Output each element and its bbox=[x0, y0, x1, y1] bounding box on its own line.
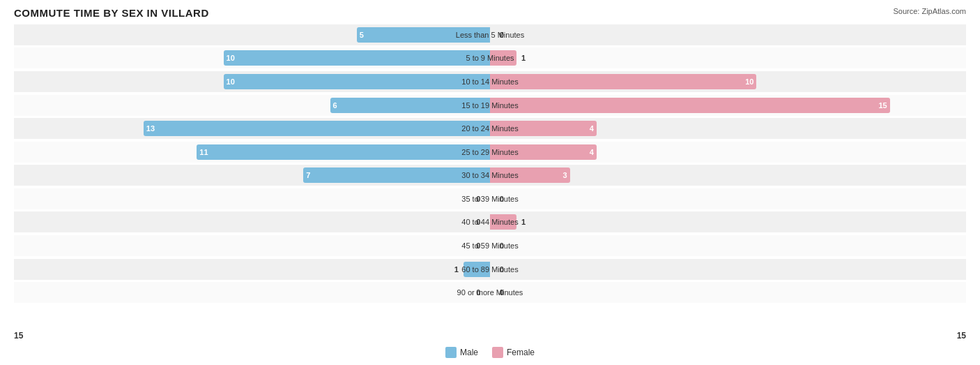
chart-row: 45 to 59 Minutes00 bbox=[14, 235, 966, 256]
legend-male-label: Male bbox=[460, 348, 478, 357]
male-value: 7 bbox=[303, 171, 313, 179]
row-label: 35 to 39 Minutes bbox=[434, 195, 546, 203]
legend: Male Female bbox=[445, 347, 535, 358]
chart-row: 10 to 14 Minutes1010 bbox=[14, 71, 966, 92]
chart-row: 25 to 29 Minutes114 bbox=[14, 142, 966, 163]
row-label: 40 to 44 Minutes bbox=[434, 218, 546, 226]
male-value: 13 bbox=[144, 124, 158, 133]
legend-male: Male bbox=[445, 347, 478, 358]
row-label: 60 to 89 Minutes bbox=[434, 265, 546, 274]
row-label: 45 to 59 Minutes bbox=[434, 241, 546, 250]
chart-row: 35 to 39 Minutes00 bbox=[14, 188, 966, 209]
chart-title: COMMUTE TIME BY SEX IN VILLARD bbox=[14, 7, 966, 19]
male-value: 6 bbox=[330, 101, 340, 110]
bars-area: Less than 5 Minutes505 to 9 Minutes10110… bbox=[14, 23, 966, 304]
row-label: 30 to 34 Minutes bbox=[434, 171, 546, 179]
bar-female: 15 bbox=[490, 98, 890, 113]
chart-container: COMMUTE TIME BY SEX IN VILLARD Source: Z… bbox=[0, 0, 980, 365]
female-value: 15 bbox=[875, 101, 889, 110]
row-label: Less than 5 Minutes bbox=[434, 31, 546, 39]
female-value: 4 bbox=[587, 148, 597, 156]
male-value: 11 bbox=[197, 148, 210, 156]
chart-row: 90 or more Minutes00 bbox=[14, 282, 966, 303]
axis-label-right: 15 bbox=[957, 331, 966, 341]
chart-row: Less than 5 Minutes50 bbox=[14, 24, 966, 45]
chart-row: 5 to 9 Minutes101 bbox=[14, 47, 966, 68]
male-value: 5 bbox=[357, 31, 367, 39]
legend-male-box bbox=[445, 347, 457, 358]
chart-row: 20 to 24 Minutes134 bbox=[14, 118, 966, 139]
female-value: 10 bbox=[742, 77, 756, 86]
chart-row: 40 to 44 Minutes01 bbox=[14, 211, 966, 232]
female-value: 3 bbox=[560, 171, 570, 179]
chart-row: 30 to 34 Minutes73 bbox=[14, 165, 966, 186]
row-label: 15 to 19 Minutes bbox=[434, 101, 546, 110]
row-label: 10 to 14 Minutes bbox=[434, 77, 546, 86]
axis-label-left: 15 bbox=[14, 331, 23, 341]
legend-female-label: Female bbox=[507, 348, 535, 357]
legend-female: Female bbox=[492, 347, 535, 358]
chart-row: 60 to 89 Minutes10 bbox=[14, 259, 966, 280]
row-label: 5 to 9 Minutes bbox=[434, 54, 546, 62]
male-value: 10 bbox=[224, 54, 238, 62]
female-value: 4 bbox=[587, 124, 597, 133]
chart-row: 15 to 19 Minutes615 bbox=[14, 95, 966, 116]
legend-female-box bbox=[492, 347, 503, 358]
male-value: 10 bbox=[224, 77, 238, 86]
row-label: 90 or more Minutes bbox=[434, 288, 546, 297]
row-label: 20 to 24 Minutes bbox=[434, 124, 546, 133]
row-label: 25 to 29 Minutes bbox=[434, 148, 546, 156]
source-label: Source: ZipAtlas.com bbox=[893, 7, 966, 15]
